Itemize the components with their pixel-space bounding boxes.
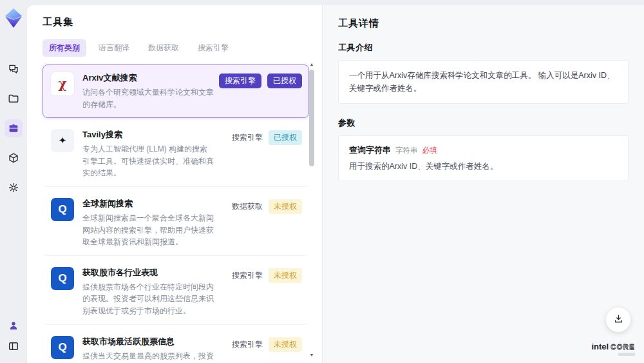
folder-icon — [8, 93, 19, 104]
tool-status-badge: 已授权 — [267, 74, 302, 88]
user-icon — [8, 320, 19, 331]
tool-name: 获取市场最活跃股票信息 — [82, 336, 214, 348]
scrollbar-thumb[interactable] — [309, 70, 314, 166]
qblue-tool-icon: Q — [51, 336, 74, 359]
app-root: 工具集 所有类别语言翻译数据获取搜索引擎 χArxiv文献搜索访问各个研究领域大… — [0, 0, 644, 363]
tool-category-tag: 搜索引擎 — [232, 268, 263, 283]
download-icon — [613, 313, 624, 326]
tool-description: 专为人工智能代理 (LLM) 构建的搜索引擎工具。可快速提供实时、准确和真实的结… — [82, 143, 214, 179]
sidebar-item-files[interactable] — [5, 90, 23, 108]
sidebar-nav — [5, 54, 23, 202]
tool-name: Tavily搜索 — [82, 129, 214, 141]
params-box: 查询字符串字符串必填用于搜索的Arxiv ID、关键字或作者姓名。 — [338, 135, 629, 181]
intel-core-sub-badge — [618, 353, 635, 356]
main-area: 工具集 所有类别语言翻译数据获取搜索引擎 χArxiv文献搜索访问各个研究领域大… — [27, 0, 644, 363]
intel-core-logo: intel CORE — [591, 342, 635, 356]
app-logo-icon[interactable] — [5, 8, 23, 28]
sidebar-item-profile[interactable] — [5, 317, 23, 335]
tool-list-scrollbar[interactable]: ▲ ▼ — [308, 62, 315, 358]
params-heading: 参数 — [338, 117, 629, 129]
tab-language-translation[interactable]: 语言翻译 — [92, 39, 136, 57]
tool-category-tag: 搜索引擎 — [232, 337, 263, 352]
tool-list: χArxiv文献搜索访问各个研究领域大量科学论文和文章的存储库。搜索引擎已授权✦… — [43, 64, 309, 363]
param-type: 字符串 — [395, 146, 418, 155]
tool-category-tag: 搜索引擎 — [232, 130, 263, 145]
sidebar-bottom — [5, 315, 23, 355]
tool-status-badge: 已授权 — [269, 130, 302, 145]
tool-status-badge: 未授权 — [269, 337, 302, 352]
tool-name: 全球新闻搜索 — [82, 198, 214, 210]
tool-card[interactable]: ✦Tavily搜索专为人工智能代理 (LLM) 构建的搜索引擎工具。可快速提供实… — [43, 121, 309, 187]
tools-pane: 工具集 所有类别语言翻译数据获取搜索引擎 χArxiv文献搜索访问各个研究领域大… — [27, 5, 322, 363]
qblue-tool-icon: Q — [51, 267, 74, 290]
sidebar-item-chat[interactable] — [5, 60, 23, 78]
core-wordmark: CORE — [611, 343, 635, 351]
sidebar-item-models[interactable] — [5, 149, 23, 167]
scroll-down-icon[interactable]: ▼ — [310, 353, 314, 358]
sidebar-item-tools[interactable] — [5, 119, 23, 137]
category-tabs: 所有类别语言翻译数据获取搜索引擎 — [43, 39, 322, 57]
tool-card[interactable]: Q获取股市各行业表现提供股票市场各个行业在特定时间段内的表现。投资者可以利用这些… — [43, 259, 309, 325]
tool-detail-pane: 工具详情 工具介绍 一个用于从Arxiv存储库搜索科学论文和文章的工具。 输入可… — [322, 5, 644, 363]
cube-icon — [8, 152, 19, 164]
intro-box: 一个用于从Arxiv存储库搜索科学论文和文章的工具。 输入可以是Arxiv ID… — [338, 60, 629, 104]
detail-title: 工具详情 — [338, 17, 629, 30]
tool-card[interactable]: χArxiv文献搜索访问各个研究领域大量科学论文和文章的存储库。搜索引擎已授权 — [43, 64, 309, 118]
qblue-tool-icon: Q — [51, 198, 74, 221]
tab-all-categories[interactable]: 所有类别 — [43, 39, 86, 57]
sidebar-item-panel-toggle[interactable] — [5, 337, 23, 355]
tavily-tool-icon: ✦ — [51, 129, 74, 152]
sidebar — [0, 0, 27, 363]
param-row: 查询字符串字符串必填用于搜索的Arxiv ID、关键字或作者姓名。 — [349, 144, 618, 172]
tool-category-tag: 数据获取 — [232, 199, 263, 214]
tab-search-engine[interactable]: 搜索引擎 — [191, 39, 235, 57]
tool-card[interactable]: Q全球新闻搜索全球新闻搜索是一个聚合全球各大新闻网站内容的搜索引擎，帮助用户快速… — [43, 190, 309, 256]
download-button[interactable] — [606, 308, 630, 332]
tool-status-badge: 未授权 — [269, 268, 302, 283]
tool-description: 全球新闻搜索是一个聚合全球各大新闻网站内容的搜索引擎，帮助用户快速获取全球最新资… — [82, 212, 214, 248]
intro-text: 一个用于从Arxiv存储库搜索科学论文和文章的工具。 输入可以是Arxiv ID… — [349, 69, 618, 95]
tool-status-badge: 未授权 — [269, 199, 302, 214]
tool-description: 提供当天交易量最高的股票列表，投资者可以利用这些信息来识别流动性强的股票和潜在的… — [82, 350, 214, 363]
param-name: 查询字符串 — [349, 144, 391, 156]
tool-name: 获取股市各行业表现 — [82, 267, 214, 279]
intro-heading: 工具介绍 — [338, 42, 629, 54]
gear-icon — [8, 182, 19, 193]
tool-description: 提供股票市场各个行业在特定时间段内的表现。投资者可以利用这些信息来识别表现优于或… — [82, 281, 214, 317]
panel-toggle-icon — [8, 340, 19, 352]
tool-description: 访问各个研究领域大量科学论文和文章的存储库。 — [82, 86, 214, 110]
page-title: 工具集 — [43, 16, 322, 28]
sidebar-item-settings[interactable] — [5, 179, 23, 197]
tool-name: Arxiv文献搜索 — [82, 72, 214, 84]
toolbox-icon — [8, 123, 19, 134]
tool-card[interactable]: Q获取市场最活跃股票信息提供当天交易量最高的股票列表，投资者可以利用这些信息来识… — [43, 328, 309, 363]
arxiv-tool-icon: χ — [51, 72, 74, 95]
param-description: 用于搜索的Arxiv ID、关键字或作者姓名。 — [349, 161, 618, 172]
param-required-badge: 必填 — [422, 146, 437, 155]
chat-icon — [8, 63, 19, 75]
intel-wordmark: intel — [591, 342, 609, 351]
tab-data-fetch[interactable]: 数据获取 — [142, 39, 185, 57]
tool-category-tag: 搜索引擎 — [219, 74, 261, 88]
scroll-up-icon[interactable]: ▲ — [310, 62, 314, 67]
